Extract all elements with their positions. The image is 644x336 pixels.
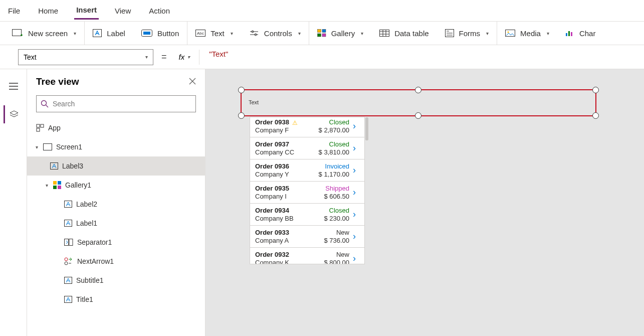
resize-handle[interactable] [592, 87, 599, 93]
menu-home[interactable]: Home [36, 3, 60, 19]
order-status: Invoiced [319, 162, 349, 170]
datatable-icon [379, 30, 389, 37]
tree-separator1[interactable]: Separator1 [27, 233, 205, 252]
tree-app[interactable]: App [27, 118, 205, 137]
order-id: Order 0934 [255, 207, 324, 214]
new-screen-icon [12, 29, 23, 37]
tree-screen1[interactable]: ▾ Screen1 [27, 137, 205, 156]
chevron-right-icon[interactable]: › [349, 253, 359, 264]
ribbon-controls[interactable]: Controls ▾ [241, 22, 309, 45]
tree-gallery1[interactable]: ▾ Gallery1 [27, 176, 205, 195]
menu-action[interactable]: Action [147, 3, 172, 19]
order-row[interactable]: Order 0938Closed›Company F$ 2,870.00⚠ [250, 117, 364, 137]
order-row[interactable]: Order 0937Closed›Company CC$ 3,810.00 [250, 137, 364, 159]
tree-label1[interactable]: Label1 [27, 214, 205, 233]
rail-hamburger[interactable] [4, 77, 24, 95]
svg-point-50 [65, 258, 68, 261]
menu-view[interactable]: View [113, 3, 133, 19]
chevron-right-icon[interactable]: › [349, 231, 359, 242]
svg-rect-40 [44, 144, 52, 150]
svg-rect-37 [37, 124, 40, 127]
menu-file[interactable]: File [6, 3, 22, 19]
resize-handle[interactable] [238, 87, 245, 93]
separator-icon [64, 239, 73, 246]
order-id: Order 0932 [255, 251, 324, 258]
svg-rect-45 [58, 186, 61, 189]
ribbon-label-label: Label [107, 29, 125, 38]
resize-handle[interactable] [238, 112, 245, 119]
resize-handle[interactable] [415, 112, 421, 119]
ribbon-forms[interactable]: Forms ▾ [437, 22, 497, 45]
order-row[interactable]: Order 0936Invoiced›Company Y$ 1,170.00 [250, 159, 364, 182]
order-id: Order 0938 [255, 118, 319, 126]
svg-rect-0 [13, 30, 22, 36]
svg-text:Abc: Abc [197, 31, 204, 36]
ribbon-text[interactable]: Abc Text ▾ [187, 22, 241, 45]
menu-bar: File Home Insert View Action [0, 0, 644, 21]
menu-insert[interactable]: Insert [74, 2, 99, 20]
resize-handle[interactable] [415, 87, 421, 93]
search-icon [41, 100, 49, 108]
chevron-right-icon[interactable]: › [349, 187, 359, 198]
gallery-icon [317, 29, 326, 37]
tree-label3[interactable]: Label3 [27, 156, 205, 176]
ribbon-newscreen-label: New screen [28, 29, 68, 38]
svg-point-35 [42, 101, 47, 106]
chevron-right-icon[interactable]: › [349, 209, 359, 220]
chevron-down-icon: ▾ [145, 54, 148, 60]
chevron-down-icon: ▾ [231, 31, 233, 36]
ribbon-label[interactable]: Label [85, 22, 133, 45]
scrollbar[interactable] [365, 117, 368, 140]
tree-search-input[interactable] [53, 100, 191, 108]
svg-point-51 [65, 262, 68, 265]
ribbon-gallery-label: Gallery [331, 29, 355, 38]
tree-app-label: App [48, 124, 61, 132]
formula-input[interactable]: "Text" [204, 49, 640, 65]
order-row[interactable]: Order 0935Shipped›Company I$ 606.50 [250, 182, 364, 204]
tree-subtitle1[interactable]: Subtitle1 [27, 271, 205, 290]
forms-icon [445, 29, 454, 37]
caret-icon: ▾ [44, 183, 49, 188]
ribbon-button-label: Button [157, 29, 179, 38]
ribbon-media[interactable]: Media ▾ [497, 22, 557, 45]
tree-title1[interactable]: Title1 [27, 290, 205, 309]
ribbon-datatable[interactable]: Data table [371, 22, 437, 45]
gallery-preview[interactable]: Order 0938Closed›Company F$ 2,870.00⚠Ord… [250, 117, 365, 264]
order-status: Closed [324, 207, 349, 214]
order-status: Closed [319, 140, 349, 148]
chevron-right-icon[interactable]: › [349, 165, 359, 176]
ribbon-gallery[interactable]: Gallery ▾ [309, 22, 372, 45]
label-icon [64, 201, 72, 208]
gallery-icon [53, 181, 61, 189]
screen-icon [43, 143, 52, 150]
close-button[interactable] [189, 77, 196, 87]
text-icon: Abc [195, 30, 205, 37]
selected-label-control[interactable]: Text [241, 89, 596, 116]
svg-rect-12 [317, 30, 321, 33]
order-row[interactable]: Order 0934Closed›Company BB$ 230.00 [250, 204, 364, 226]
tree-search[interactable] [36, 95, 196, 112]
chevron-right-icon[interactable]: › [349, 121, 359, 131]
label-icon [50, 162, 58, 170]
order-row[interactable]: Order 0932New›Company K$ 800.00 [250, 248, 364, 264]
label-icon [64, 277, 72, 284]
fx-button[interactable]: fx ▾ [175, 53, 194, 61]
ribbon-text-label: Text [210, 29, 225, 38]
canvas[interactable]: Text Order 0938Closed›Company F$ 2,870.0… [205, 69, 644, 336]
svg-rect-5 [143, 32, 150, 35]
ribbon-button[interactable]: Button [133, 22, 187, 45]
order-id: Order 0933 [255, 229, 324, 236]
order-row[interactable]: Order 0933New›Company A$ 736.00 [250, 226, 364, 248]
tree-nextarrow1[interactable]: NextArrow1 [27, 252, 205, 271]
property-selector[interactable]: Text ▾ [18, 49, 153, 65]
resize-handle[interactable] [592, 112, 599, 119]
rail-treeview[interactable] [4, 105, 24, 123]
chevron-right-icon[interactable]: › [349, 143, 359, 153]
tree-label2[interactable]: Label2 [27, 195, 205, 214]
order-company: Company F [255, 126, 319, 134]
ribbon-newscreen[interactable]: New screen ▾ [4, 22, 84, 45]
tree-subtitle1-label: Subtitle1 [76, 276, 103, 284]
svg-rect-15 [322, 34, 326, 37]
order-id: Order 0937 [255, 140, 319, 148]
ribbon-charts[interactable]: Char [557, 22, 604, 45]
